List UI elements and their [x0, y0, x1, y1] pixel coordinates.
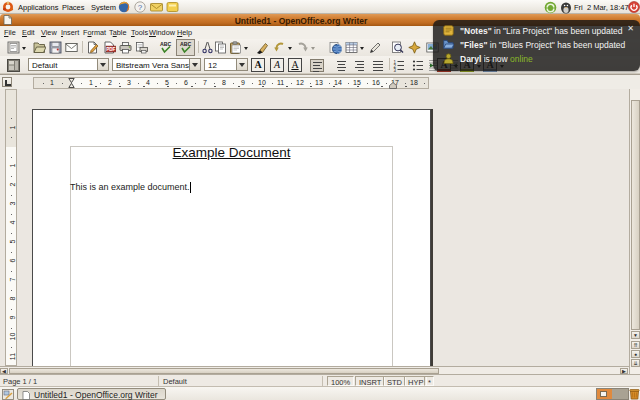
svg-text:ABC: ABC — [180, 41, 191, 47]
svg-text:PDF: PDF — [106, 47, 115, 52]
svg-text:?: ? — [138, 3, 143, 12]
svg-text:ABC: ABC — [160, 41, 171, 47]
svg-text:3: 3 — [394, 68, 397, 73]
